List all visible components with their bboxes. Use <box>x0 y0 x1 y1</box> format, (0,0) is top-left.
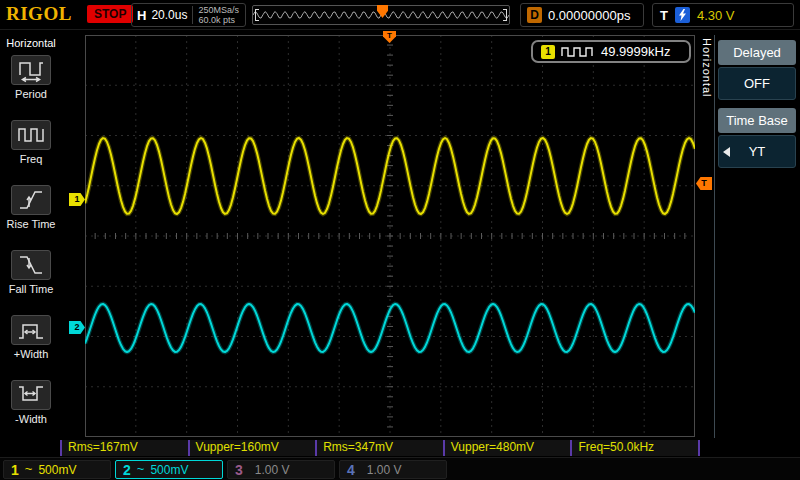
left-sidebar-title: Horizontal <box>0 37 62 49</box>
measure-item-freq[interactable]: Freq <box>4 120 58 165</box>
measure-item-label: +Width <box>4 348 58 360</box>
delay-label-chip: D <box>527 7 542 23</box>
measurement-rms-ch1: Rms=167mV <box>60 440 188 456</box>
measure-item-rise-time[interactable]: Rise Time <box>4 185 58 230</box>
ac-coupling-icon: ~ <box>25 461 33 476</box>
square-wave-icon <box>561 46 595 58</box>
selection-arrow-icon <box>723 147 730 157</box>
ch1-ground-marker[interactable]: 1 <box>69 193 85 206</box>
channel-number: 4 <box>347 462 355 478</box>
plus-width-icon <box>11 315 51 345</box>
softkey-menu-panel: Delayed OFF Time Base YT <box>714 35 799 438</box>
channel-scale: 500mV <box>150 463 188 477</box>
trigger-level-value: 4.30 V <box>697 8 735 23</box>
channel-2-status[interactable]: 2 ~ 500mV <box>115 460 223 479</box>
measure-item-label: Fall Time <box>4 283 58 295</box>
channel-number: 3 <box>235 462 243 478</box>
horizontal-status-box: H 20.0us 250MSa/s 60.0k pts <box>131 3 246 27</box>
channel-3-status[interactable]: 3 1.00 V <box>227 460 335 479</box>
delay-value: 0.00000000ps <box>548 8 630 23</box>
graticule-and-traces <box>85 35 695 437</box>
frequency-counter-badge: 1 49.9999kHz <box>531 40 691 63</box>
timebase-menu-title[interactable]: Time Base <box>718 108 796 133</box>
trigger-edge-icon <box>675 7 690 23</box>
top-status-bar: RIGOL STOP H 20.0us 250MSa/s 60.0k pts D… <box>0 0 800 30</box>
channel-scale: 1.00 V <box>255 463 290 477</box>
delayed-menu-value[interactable]: OFF <box>718 67 796 100</box>
measurement-readout-bar: Rms=167mV Vupper=160mV Rms=347mV Vupper=… <box>60 440 700 456</box>
window-bracket-right <box>503 9 507 21</box>
channel-4-status[interactable]: 4 1.00 V <box>339 460 447 479</box>
trigger-level-marker[interactable]: T <box>696 177 712 190</box>
channel-number: 1 <box>11 462 19 478</box>
ac-coupling-icon: ~ <box>137 461 145 476</box>
menu-tab-horizontal: Horizontal <box>697 38 713 158</box>
measurement-rms-ch2: Rms=347mV <box>315 440 443 456</box>
measure-item-minus-width[interactable]: -Width <box>4 380 58 425</box>
measurement-vupper-ch2: Vupper=480mV <box>443 440 571 456</box>
measure-item-label: Rise Time <box>4 218 58 230</box>
horizontal-label: H <box>137 8 146 23</box>
measure-item-label: -Width <box>4 413 58 425</box>
measure-item-fall-time[interactable]: Fall Time <box>4 250 58 295</box>
measure-item-label: Period <box>4 88 58 100</box>
sample-rate: 250MSa/s <box>198 5 239 15</box>
waveform-display <box>85 35 695 437</box>
rigol-logo: RIGOL <box>6 3 72 25</box>
channel-1-status[interactable]: 1 ~ 500mV <box>3 460 111 479</box>
acquisition-info: 250MSa/s 60.0k pts <box>198 5 239 25</box>
fall-time-icon <box>11 250 51 280</box>
window-bracket-left <box>255 9 259 21</box>
trigger-status-box: T 4.30 V <box>652 3 794 27</box>
channel-number: 2 <box>123 462 131 478</box>
rise-time-icon <box>11 185 51 215</box>
measure-item-period[interactable]: Period <box>4 55 58 100</box>
measure-item-plus-width[interactable]: +Width <box>4 315 58 360</box>
timebase-value: 20.0us <box>151 8 187 22</box>
channel-status-bar: 1 ~ 500mV 2 ~ 500mV 3 1.00 V 4 1.00 V <box>0 457 800 480</box>
measurement-vupper-ch1: Vupper=160mV <box>188 440 316 456</box>
delayed-menu-title[interactable]: Delayed <box>718 40 796 65</box>
run-state-badge: STOP <box>87 5 133 23</box>
channel-scale: 500mV <box>38 463 76 477</box>
waveform-record-preview <box>252 5 510 25</box>
delay-status-box: D 0.00000000ps <box>520 3 644 27</box>
timebase-menu-value[interactable]: YT <box>718 135 796 168</box>
freq-counter-channel: 1 <box>541 45 555 59</box>
freq-icon <box>11 120 51 150</box>
minus-width-icon <box>11 380 51 410</box>
timebase-mode: YT <box>749 144 766 159</box>
trigger-label: T <box>660 8 668 23</box>
memory-depth: 60.0k pts <box>198 15 239 25</box>
oscilloscope-screen: RIGOL STOP H 20.0us 250MSa/s 60.0k pts D… <box>0 0 800 480</box>
period-icon <box>11 55 51 85</box>
divider <box>192 6 193 24</box>
ch2-ground-marker[interactable]: 2 <box>69 321 85 334</box>
freq-counter-value: 49.9999kHz <box>601 44 670 59</box>
measurement-freq: Freq=50.0kHz <box>570 440 698 456</box>
channel-scale: 1.00 V <box>367 463 402 477</box>
measure-item-label: Freq <box>4 153 58 165</box>
